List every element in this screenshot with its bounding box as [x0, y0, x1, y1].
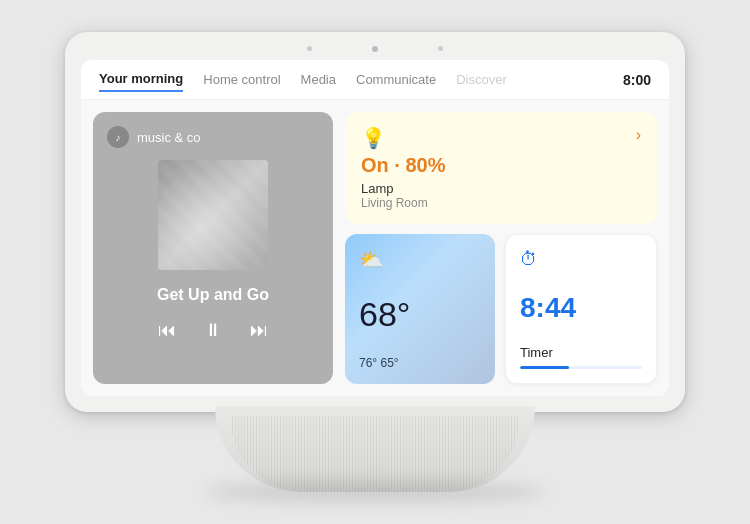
weather-temperature: 68° [359, 295, 481, 334]
light-name: Lamp [361, 181, 641, 196]
timer-card[interactable]: ⏱ 8:44 Timer [505, 234, 657, 384]
base-shadow [205, 482, 545, 502]
nav-bar: Your morning Home control Media Communic… [81, 60, 669, 100]
light-room: Living Room [361, 196, 641, 210]
nav-media[interactable]: Media [301, 68, 336, 91]
nav-discover[interactable]: Discover [456, 68, 507, 91]
album-art [158, 160, 268, 270]
music-service-icon: ♪ [107, 126, 129, 148]
music-controls: ⏮ ⏸ ⏭ [158, 320, 268, 341]
song-title: Get Up and Go [157, 286, 269, 304]
next-button[interactable]: ⏭ [250, 320, 268, 341]
timer-time: 8:44 [520, 292, 642, 324]
camera-dots [307, 46, 443, 52]
light-chevron-icon[interactable]: › [636, 126, 641, 144]
music-card[interactable]: ♪ music & co Get Up and Go ⏮ ⏸ ⏭ [93, 112, 333, 384]
right-camera-dot [438, 46, 443, 51]
light-status: On · 80% [361, 154, 641, 177]
music-header: ♪ music & co [107, 126, 319, 148]
device-body: Your morning Home control Media Communic… [65, 32, 685, 412]
play-pause-button[interactable]: ⏸ [204, 320, 222, 341]
nav-clock: 8:00 [623, 72, 651, 88]
timer-progress-bar [520, 366, 642, 369]
screen: Your morning Home control Media Communic… [81, 60, 669, 396]
nav-home-control[interactable]: Home control [203, 68, 280, 91]
speaker-base [215, 406, 535, 492]
google-home-hub-device: Your morning Home control Media Communic… [65, 32, 685, 492]
speaker-fabric [230, 416, 520, 492]
nav-your-morning[interactable]: Your morning [99, 67, 183, 92]
weather-card[interactable]: ⛅ 68° 76° 65° [345, 234, 495, 384]
nav-communicate[interactable]: Communicate [356, 68, 436, 91]
weather-icon: ⛅ [359, 248, 384, 272]
center-camera-dot [372, 46, 378, 52]
bottom-row: ⛅ 68° 76° 65° ⏱ 8:44 Timer [345, 234, 657, 384]
music-service-name: music & co [137, 130, 201, 145]
left-camera-dot [307, 46, 312, 51]
timer-icon: ⏱ [520, 249, 642, 270]
light-bulb-icon: 💡 [361, 126, 386, 150]
main-content: ♪ music & co Get Up and Go ⏮ ⏸ ⏭ [81, 100, 669, 396]
timer-label: Timer [520, 345, 642, 360]
prev-button[interactable]: ⏮ [158, 320, 176, 341]
weather-range: 76° 65° [359, 356, 481, 370]
timer-progress-fill [520, 366, 569, 369]
light-card-header: 💡 › [361, 126, 641, 154]
right-column: 💡 › On · 80% Lamp Living Room ⛅ [345, 112, 657, 384]
light-card[interactable]: 💡 › On · 80% Lamp Living Room [345, 112, 657, 224]
weather-top: ⛅ [359, 248, 481, 272]
